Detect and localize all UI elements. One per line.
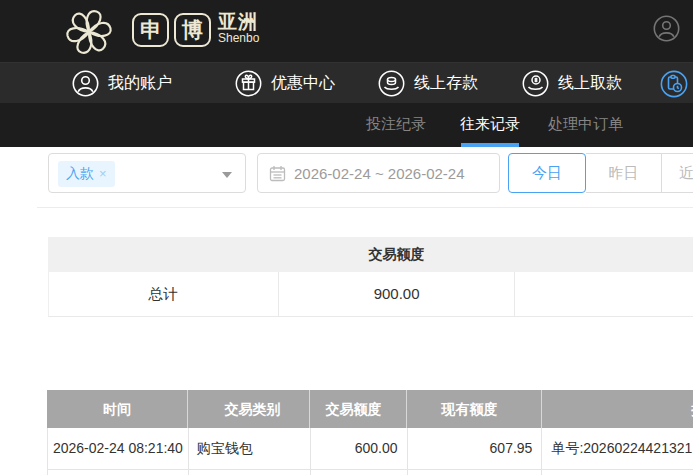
nav-item-online-deposit[interactable]: 线上存款 [378,63,478,104]
brand-char-bo[interactable]: 博 [174,13,211,47]
promo-gift-icon [235,70,262,97]
cell-time [48,470,189,475]
yesterday-button[interactable]: 昨日 [586,153,662,193]
section-divider [37,207,693,208]
deposit-hand-coins-icon [378,70,405,97]
brand-region-block: 亚洲 Shenbo [218,12,259,45]
tab-processing-orders[interactable]: 处理中订单 [548,103,623,147]
calendar-icon [269,165,286,182]
summary-total-row: 总计 900.00 [48,272,693,317]
cell-balance: 607.95 [408,428,543,469]
nav-item-promotions[interactable]: 优惠中心 [235,63,335,104]
summary-header-empty [48,237,278,272]
header-time: 时间 [47,390,188,428]
withdraw-hand-coin-icon [522,70,549,97]
table-row-partial [47,470,693,475]
summary-header-row: 交易额度 [48,237,693,272]
tag-close-icon[interactable]: × [99,166,107,181]
brand-char-shen[interactable]: 申 [132,13,169,47]
today-button[interactable]: 今日 [508,153,586,193]
summary-table: 交易额度 总计 900.00 [48,237,693,317]
page: 申 博 亚洲 Shenbo 我的账户 [0,0,693,475]
transaction-type-select[interactable]: 入款× [48,153,246,193]
selected-type-tag: 入款× [58,161,115,187]
nav-item-transaction-records[interactable] [660,63,688,104]
header-summary: 摘要 [542,390,693,428]
flower-logo-icon [61,4,117,60]
summary-header-amount: 交易额度 [278,237,515,272]
nav-label: 线上取款 [558,73,622,94]
records-header-row: 时间 交易类别 交易额度 现有额度 摘要 [47,390,693,428]
header-amount: 交易额度 [310,390,407,428]
records-table: 时间 交易类别 交易额度 现有额度 摘要 2026-02-24 08:21:40… [47,390,693,475]
date-range-value: 2026-02-24 ~ 2026-02-24 [294,165,465,182]
caret-down-icon [222,172,232,178]
tag-label: 入款 [66,165,94,181]
recent-days-button[interactable]: 近 [662,153,693,193]
account-user-icon [72,70,99,97]
summary-total-label: 总计 [49,272,279,316]
tab-transaction-records[interactable]: 往来记录 [460,103,520,147]
nav-label: 优惠中心 [271,73,335,94]
records-tab-bar: 投注纪录 往来记录 处理中订单 [0,103,693,147]
cell-amount [311,470,408,475]
tab-betting-records[interactable]: 投注纪录 [366,103,426,147]
nav-label: 我的账户 [108,73,172,94]
cell-summary: 单号:20260224421321 [542,428,693,469]
nav-label: 线上存款 [414,73,478,94]
brand-bar: 申 博 亚洲 Shenbo [0,0,693,62]
quick-date-buttons: 今日 昨日 近 [508,153,693,193]
summary-header-empty [515,237,693,272]
table-row: 2026-02-24 08:21:40 购宝钱包 600.00 607.95 单… [47,428,693,470]
cell-summary [542,470,693,475]
nav-item-online-withdraw[interactable]: 线上取款 [522,63,622,104]
cell-type: 购宝钱包 [189,428,311,469]
brand-region: 亚洲 [218,12,259,32]
cell-type [189,470,311,475]
records-clipboard-clock-icon [660,70,688,98]
main-nav: 我的账户 优惠中心 [0,62,693,103]
cell-time: 2026-02-24 08:21:40 [48,428,189,469]
nav-item-my-account[interactable]: 我的账户 [72,63,172,104]
date-range-input[interactable]: 2026-02-24 ~ 2026-02-24 [257,153,500,193]
header-balance: 现有额度 [407,390,542,428]
user-circle-icon[interactable] [653,15,680,42]
summary-empty-cell [515,272,693,316]
header-type: 交易类别 [188,390,310,428]
summary-total-amount: 900.00 [279,272,516,316]
cell-amount: 600.00 [311,428,408,469]
cell-balance [408,470,543,475]
brand-subtitle: Shenbo [218,32,259,45]
